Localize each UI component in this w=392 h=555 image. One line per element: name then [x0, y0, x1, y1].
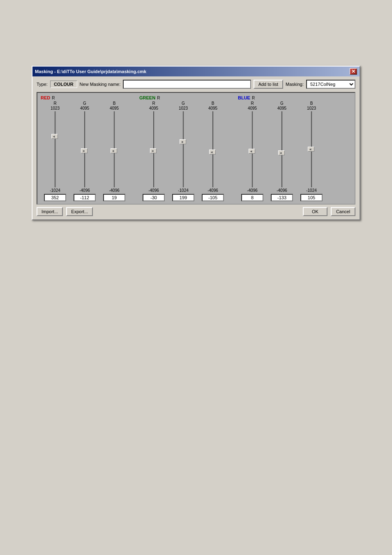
blue-r-track [248, 111, 257, 187]
main-dialog: Masking - E:\diTTo User Guide\prjdata\ma… [32, 66, 360, 220]
green-r-max: 4095 [149, 106, 158, 111]
bottom-right-buttons: OK Cancel [303, 207, 355, 216]
green-r-col-label: R [152, 101, 155, 106]
blue-g-value[interactable] [271, 194, 293, 201]
red-r-col-label: R [53, 101, 56, 106]
ok-button[interactable]: OK [303, 207, 327, 216]
red-b-thumb[interactable] [111, 148, 117, 153]
green-g-min: -1024 [178, 188, 189, 193]
masking-select[interactable]: NoneColNeg 5217ColNeg 5274ColNeg 5242Col… [306, 80, 355, 89]
blue-b-value[interactable] [300, 194, 323, 201]
red-b-min: -4096 [109, 188, 120, 193]
blue-g-thumb[interactable] [278, 150, 285, 155]
red-r-value[interactable] [44, 194, 66, 201]
blue-r-min: -4096 [247, 188, 258, 193]
red-g-col-label: G [83, 101, 86, 106]
green-r-min: -4096 [148, 188, 159, 193]
green-g-value[interactable] [172, 194, 194, 201]
red-g-max: 4095 [80, 106, 89, 111]
blue-r-value[interactable] [241, 194, 263, 201]
green-b-min: -4096 [208, 188, 218, 193]
blue-r-col-label: R [251, 101, 254, 106]
type-label: Type: [37, 82, 48, 87]
green-g-max: 1023 [179, 106, 188, 111]
blue-g-min: -4096 [277, 188, 287, 193]
top-row: Type: COLOUR New Masking name: Add to li… [37, 80, 355, 89]
red-b-track [110, 111, 119, 187]
add-to-list-button[interactable]: Add to list [254, 80, 283, 89]
green-b-track [208, 111, 217, 187]
export-button[interactable]: Export... [66, 207, 93, 216]
green-r-slider-col: R 4095 -4096 [139, 101, 168, 201]
blue-group: BLUE R R 4095 -4096 [238, 95, 326, 201]
blue-r-slider-col: R 4095 -4096 [238, 101, 267, 201]
red-b-col-label: B [113, 101, 116, 106]
blue-b-slider-col: B 1023 -1024 [297, 101, 326, 201]
red-r-label: R [52, 96, 55, 100]
green-b-value[interactable] [202, 194, 224, 201]
blue-r-label: R [252, 96, 255, 100]
green-r-track [149, 111, 158, 187]
blue-b-thumb[interactable] [308, 147, 314, 152]
masking-label: Masking: [286, 82, 304, 87]
blue-sliders: R 4095 -4096 G 4095 [238, 101, 326, 201]
blue-g-slider-col: G 4095 -4096 [267, 101, 296, 201]
blue-r-thumb[interactable] [249, 149, 255, 154]
blue-g-track [277, 111, 286, 187]
blue-r-max: 4095 [248, 106, 257, 111]
red-sliders: R 1023 -1024 G 4095 [41, 101, 129, 201]
green-g-thumb[interactable] [180, 139, 186, 144]
green-r-value[interactable] [143, 194, 165, 201]
type-value: COLOUR [50, 81, 77, 88]
blue-b-col-label: B [310, 101, 313, 106]
blue-g-max: 4095 [277, 106, 286, 111]
red-group: RED R R 1023 -1024 [41, 95, 129, 201]
dialog-title: Masking - E:\diTTo User Guide\prjdata\ma… [35, 69, 146, 74]
green-b-thumb[interactable] [209, 150, 216, 154]
green-r-thumb[interactable] [150, 148, 157, 153]
red-r-thumb[interactable] [51, 134, 58, 139]
red-r-slider-col: R 1023 -1024 [41, 101, 69, 201]
red-b-value[interactable] [103, 194, 125, 201]
green-sliders: R 4095 -4096 G 1023 [139, 101, 227, 201]
bottom-row: Import... Export... OK Cancel [37, 207, 355, 216]
red-g-track [80, 111, 89, 187]
blue-b-track [307, 111, 316, 187]
green-b-slider-col: B 4095 -4096 [198, 101, 227, 201]
red-g-thumb[interactable] [81, 148, 88, 153]
title-bar: Masking - E:\diTTo User Guide\prjdata\ma… [32, 67, 360, 76]
blue-b-min: -1024 [306, 188, 317, 193]
green-b-col-label: B [212, 101, 214, 106]
red-b-max: 4095 [110, 106, 119, 111]
blue-g-col-label: G [280, 101, 284, 106]
green-r-label: R [157, 96, 160, 100]
red-g-min: -4096 [79, 188, 90, 193]
green-g-track [179, 111, 188, 187]
red-label: RED [41, 95, 50, 100]
close-button[interactable]: ✕ [350, 68, 357, 75]
sliders-area: RED R R 1023 -1024 [37, 92, 355, 205]
red-r-min: -1024 [50, 188, 60, 193]
cancel-button[interactable]: Cancel [331, 207, 355, 216]
masking-select-container: NoneColNeg 5217ColNeg 5274ColNeg 5242Col… [306, 80, 355, 89]
bottom-left-buttons: Import... Export... [37, 207, 93, 216]
red-r-track [51, 111, 60, 187]
red-b-slider-col: B 4095 -4096 [100, 101, 129, 201]
blue-b-max: 1023 [307, 106, 316, 111]
green-group: GREEN R R 4095 -4096 [139, 95, 227, 201]
red-g-slider-col: G 4095 -4096 [70, 101, 99, 201]
blue-label: BLUE [238, 95, 250, 100]
green-g-slider-col: G 1023 -1024 [169, 101, 198, 201]
new-masking-input[interactable] [123, 80, 251, 89]
green-g-col-label: G [182, 101, 185, 106]
red-g-value[interactable] [74, 194, 96, 201]
red-r-max: 1023 [51, 106, 60, 111]
green-label: GREEN [139, 95, 155, 100]
green-b-max: 4095 [208, 106, 217, 111]
new-masking-label: New Masking name: [80, 82, 121, 87]
import-button[interactable]: Import... [37, 207, 63, 216]
